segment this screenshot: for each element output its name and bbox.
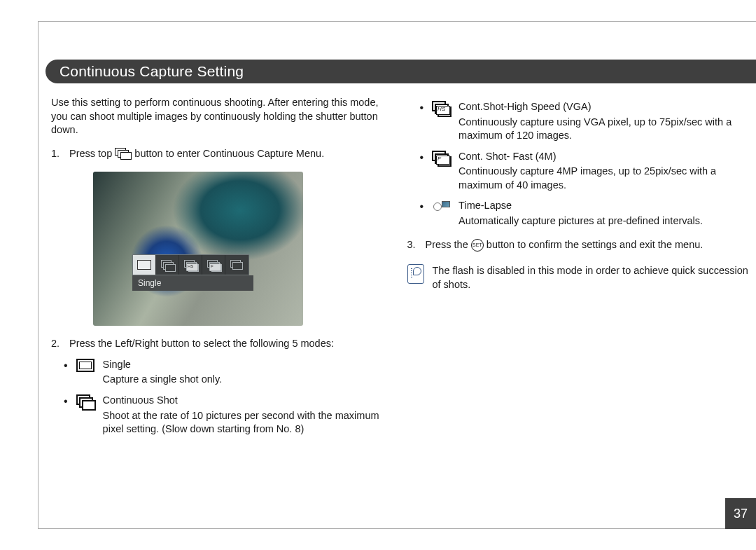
camera-lcd-screenshot: HS F Single [93,172,303,326]
lcd-mode-tl [225,255,248,275]
lcd-mode-hs: HS [179,255,202,275]
step-1: 1. Press top button to enter Continuous … [51,147,393,161]
single-icon [75,358,96,373]
lcd-mode-cont [156,255,179,275]
note-text: The flash is disabled in this mode in or… [433,264,750,291]
step-num: 1. [51,147,62,161]
mode-continuous: • Continuous Shot Shoot at the rate of 1… [64,394,393,436]
timelapse-icon [430,199,451,214]
page-number: 37 [725,498,756,529]
right-column: • HS Cont.Shot-High Speed (VGA) Continuo… [407,96,750,444]
step-num: 3. [407,238,419,252]
mode-hs: • HS Cont.Shot-High Speed (VGA) Continuo… [420,100,750,143]
mode-fast: • F Cont. Shot- Fast (4M) Continuously c… [420,150,750,193]
intro-text: Use this setting to perform continuous s… [51,96,393,137]
mode-single: • Single Capture a single shot only. [64,358,393,387]
continuous-icon [75,394,96,409]
step-num: 2. [51,337,62,351]
continuous-button-icon [115,148,132,159]
step-2: 2. Press the Left/Right button to select… [51,337,393,351]
step-3: 3. Press the SET button to confirm the s… [407,238,750,252]
lcd-mode-single [133,255,156,275]
section-title: Continuous Capture Setting [46,60,756,83]
lcd-mode-label: Single [132,275,253,291]
mode-timelapse: • Time-Lapse Automatically capture pictu… [420,199,750,228]
hs-icon: HS [430,100,451,116]
lcd-mode-bar: HS F [132,254,249,275]
left-column: Use this setting to perform continuous s… [51,96,393,444]
lcd-mode-f: F [202,255,225,275]
note-icon [407,264,424,284]
set-button-icon: SET [471,239,484,252]
fast-icon: F [430,150,451,165]
note-block: The flash is disabled in this mode in or… [407,264,750,291]
